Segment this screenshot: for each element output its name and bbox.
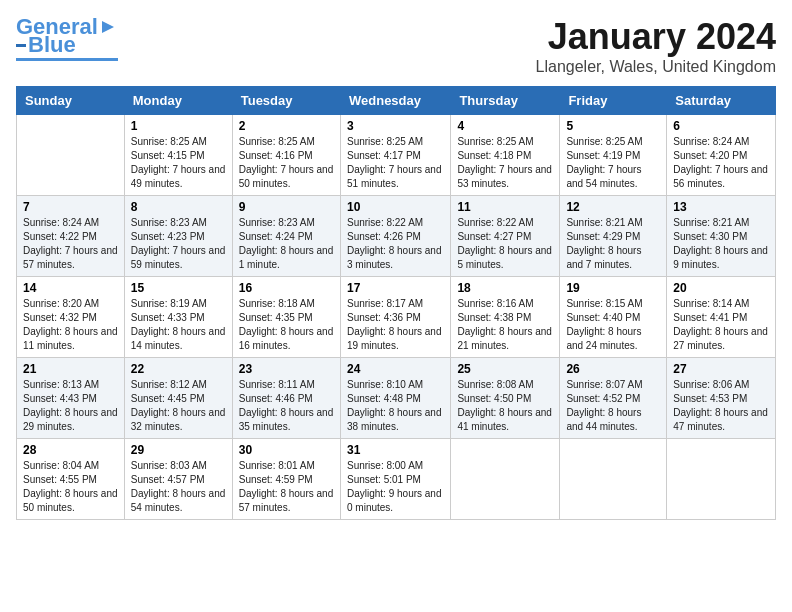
calendar-cell: 24Sunrise: 8:10 AMSunset: 4:48 PMDayligh… xyxy=(340,358,450,439)
calendar-cell xyxy=(451,439,560,520)
day-number: 13 xyxy=(673,200,769,214)
day-info: Sunrise: 8:24 AMSunset: 4:20 PMDaylight:… xyxy=(673,135,769,191)
calendar-week-2: 7Sunrise: 8:24 AMSunset: 4:22 PMDaylight… xyxy=(17,196,776,277)
calendar-week-3: 14Sunrise: 8:20 AMSunset: 4:32 PMDayligh… xyxy=(17,277,776,358)
day-info: Sunrise: 8:21 AMSunset: 4:29 PMDaylight:… xyxy=(566,216,660,272)
calendar-table: SundayMondayTuesdayWednesdayThursdayFrid… xyxy=(16,86,776,520)
day-number: 20 xyxy=(673,281,769,295)
day-info: Sunrise: 8:08 AMSunset: 4:50 PMDaylight:… xyxy=(457,378,553,434)
day-info: Sunrise: 8:25 AMSunset: 4:16 PMDaylight:… xyxy=(239,135,334,191)
weekday-header-wednesday: Wednesday xyxy=(340,87,450,115)
weekday-header-sunday: Sunday xyxy=(17,87,125,115)
calendar-cell: 18Sunrise: 8:16 AMSunset: 4:38 PMDayligh… xyxy=(451,277,560,358)
calendar-cell: 2Sunrise: 8:25 AMSunset: 4:16 PMDaylight… xyxy=(232,115,340,196)
day-info: Sunrise: 8:23 AMSunset: 4:24 PMDaylight:… xyxy=(239,216,334,272)
logo-arrow-icon xyxy=(98,17,118,37)
day-info: Sunrise: 8:25 AMSunset: 4:18 PMDaylight:… xyxy=(457,135,553,191)
day-number: 3 xyxy=(347,119,444,133)
day-number: 16 xyxy=(239,281,334,295)
day-number: 31 xyxy=(347,443,444,457)
calendar-cell xyxy=(667,439,776,520)
calendar-cell: 27Sunrise: 8:06 AMSunset: 4:53 PMDayligh… xyxy=(667,358,776,439)
day-info: Sunrise: 8:12 AMSunset: 4:45 PMDaylight:… xyxy=(131,378,226,434)
day-number: 23 xyxy=(239,362,334,376)
calendar-cell: 28Sunrise: 8:04 AMSunset: 4:55 PMDayligh… xyxy=(17,439,125,520)
day-info: Sunrise: 8:20 AMSunset: 4:32 PMDaylight:… xyxy=(23,297,118,353)
calendar-cell: 16Sunrise: 8:18 AMSunset: 4:35 PMDayligh… xyxy=(232,277,340,358)
calendar-cell: 22Sunrise: 8:12 AMSunset: 4:45 PMDayligh… xyxy=(124,358,232,439)
day-info: Sunrise: 8:17 AMSunset: 4:36 PMDaylight:… xyxy=(347,297,444,353)
day-info: Sunrise: 8:23 AMSunset: 4:23 PMDaylight:… xyxy=(131,216,226,272)
weekday-header-friday: Friday xyxy=(560,87,667,115)
day-info: Sunrise: 8:03 AMSunset: 4:57 PMDaylight:… xyxy=(131,459,226,515)
day-number: 7 xyxy=(23,200,118,214)
calendar-cell: 29Sunrise: 8:03 AMSunset: 4:57 PMDayligh… xyxy=(124,439,232,520)
day-number: 29 xyxy=(131,443,226,457)
day-info: Sunrise: 8:07 AMSunset: 4:52 PMDaylight:… xyxy=(566,378,660,434)
calendar-cell: 14Sunrise: 8:20 AMSunset: 4:32 PMDayligh… xyxy=(17,277,125,358)
day-info: Sunrise: 8:00 AMSunset: 5:01 PMDaylight:… xyxy=(347,459,444,515)
day-number: 11 xyxy=(457,200,553,214)
svg-marker-0 xyxy=(102,21,114,33)
calendar-cell: 26Sunrise: 8:07 AMSunset: 4:52 PMDayligh… xyxy=(560,358,667,439)
calendar-cell: 30Sunrise: 8:01 AMSunset: 4:59 PMDayligh… xyxy=(232,439,340,520)
day-info: Sunrise: 8:22 AMSunset: 4:27 PMDaylight:… xyxy=(457,216,553,272)
calendar-cell: 13Sunrise: 8:21 AMSunset: 4:30 PMDayligh… xyxy=(667,196,776,277)
logo: General Blue xyxy=(16,16,118,61)
day-number: 17 xyxy=(347,281,444,295)
calendar-cell: 17Sunrise: 8:17 AMSunset: 4:36 PMDayligh… xyxy=(340,277,450,358)
day-number: 21 xyxy=(23,362,118,376)
weekday-header-tuesday: Tuesday xyxy=(232,87,340,115)
day-number: 27 xyxy=(673,362,769,376)
month-title: January 2024 xyxy=(536,16,776,58)
day-info: Sunrise: 8:01 AMSunset: 4:59 PMDaylight:… xyxy=(239,459,334,515)
day-number: 10 xyxy=(347,200,444,214)
day-info: Sunrise: 8:04 AMSunset: 4:55 PMDaylight:… xyxy=(23,459,118,515)
calendar-cell xyxy=(560,439,667,520)
weekday-header-thursday: Thursday xyxy=(451,87,560,115)
day-number: 14 xyxy=(23,281,118,295)
day-number: 26 xyxy=(566,362,660,376)
page-header: General Blue January 2024 Llangeler, Wal… xyxy=(16,16,776,76)
calendar-cell: 6Sunrise: 8:24 AMSunset: 4:20 PMDaylight… xyxy=(667,115,776,196)
calendar-cell: 7Sunrise: 8:24 AMSunset: 4:22 PMDaylight… xyxy=(17,196,125,277)
calendar-cell: 20Sunrise: 8:14 AMSunset: 4:41 PMDayligh… xyxy=(667,277,776,358)
day-info: Sunrise: 8:25 AMSunset: 4:17 PMDaylight:… xyxy=(347,135,444,191)
calendar-cell: 4Sunrise: 8:25 AMSunset: 4:18 PMDaylight… xyxy=(451,115,560,196)
day-info: Sunrise: 8:10 AMSunset: 4:48 PMDaylight:… xyxy=(347,378,444,434)
calendar-cell: 9Sunrise: 8:23 AMSunset: 4:24 PMDaylight… xyxy=(232,196,340,277)
calendar-cell: 8Sunrise: 8:23 AMSunset: 4:23 PMDaylight… xyxy=(124,196,232,277)
calendar-cell: 31Sunrise: 8:00 AMSunset: 5:01 PMDayligh… xyxy=(340,439,450,520)
calendar-cell xyxy=(17,115,125,196)
day-info: Sunrise: 8:25 AMSunset: 4:15 PMDaylight:… xyxy=(131,135,226,191)
title-block: January 2024 Llangeler, Wales, United Ki… xyxy=(536,16,776,76)
day-number: 6 xyxy=(673,119,769,133)
calendar-cell: 3Sunrise: 8:25 AMSunset: 4:17 PMDaylight… xyxy=(340,115,450,196)
calendar-week-5: 28Sunrise: 8:04 AMSunset: 4:55 PMDayligh… xyxy=(17,439,776,520)
day-info: Sunrise: 8:21 AMSunset: 4:30 PMDaylight:… xyxy=(673,216,769,272)
calendar-cell: 19Sunrise: 8:15 AMSunset: 4:40 PMDayligh… xyxy=(560,277,667,358)
day-info: Sunrise: 8:06 AMSunset: 4:53 PMDaylight:… xyxy=(673,378,769,434)
day-number: 1 xyxy=(131,119,226,133)
day-number: 4 xyxy=(457,119,553,133)
day-number: 8 xyxy=(131,200,226,214)
day-info: Sunrise: 8:25 AMSunset: 4:19 PMDaylight:… xyxy=(566,135,660,191)
calendar-cell: 5Sunrise: 8:25 AMSunset: 4:19 PMDaylight… xyxy=(560,115,667,196)
day-info: Sunrise: 8:13 AMSunset: 4:43 PMDaylight:… xyxy=(23,378,118,434)
day-info: Sunrise: 8:16 AMSunset: 4:38 PMDaylight:… xyxy=(457,297,553,353)
day-number: 15 xyxy=(131,281,226,295)
calendar-cell: 12Sunrise: 8:21 AMSunset: 4:29 PMDayligh… xyxy=(560,196,667,277)
weekday-header-row: SundayMondayTuesdayWednesdayThursdayFrid… xyxy=(17,87,776,115)
day-number: 18 xyxy=(457,281,553,295)
day-info: Sunrise: 8:11 AMSunset: 4:46 PMDaylight:… xyxy=(239,378,334,434)
calendar-week-1: 1Sunrise: 8:25 AMSunset: 4:15 PMDaylight… xyxy=(17,115,776,196)
calendar-cell: 10Sunrise: 8:22 AMSunset: 4:26 PMDayligh… xyxy=(340,196,450,277)
day-number: 25 xyxy=(457,362,553,376)
logo-blue: Blue xyxy=(28,34,76,56)
calendar-cell: 23Sunrise: 8:11 AMSunset: 4:46 PMDayligh… xyxy=(232,358,340,439)
day-number: 2 xyxy=(239,119,334,133)
calendar-cell: 1Sunrise: 8:25 AMSunset: 4:15 PMDaylight… xyxy=(124,115,232,196)
day-number: 9 xyxy=(239,200,334,214)
weekday-header-saturday: Saturday xyxy=(667,87,776,115)
weekday-header-monday: Monday xyxy=(124,87,232,115)
